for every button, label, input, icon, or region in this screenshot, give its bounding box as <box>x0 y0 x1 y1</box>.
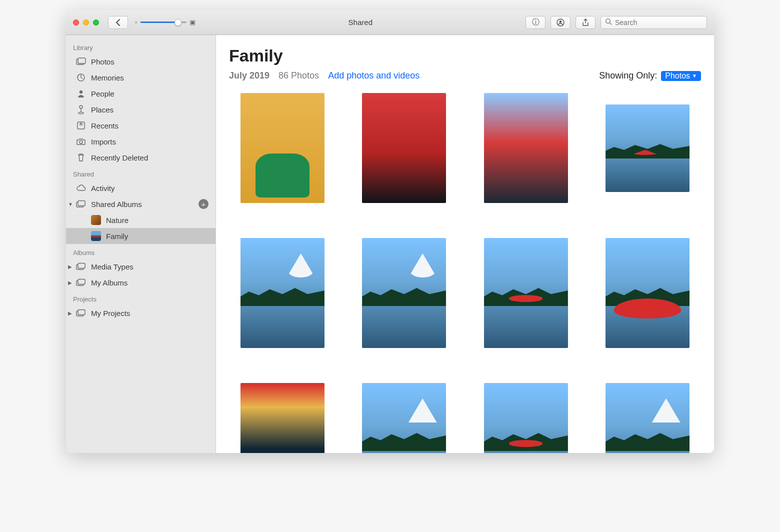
recents-icon <box>76 120 86 130</box>
photo-thumbnail[interactable] <box>606 104 690 192</box>
showing-only-value: Photos <box>665 72 690 80</box>
sidebar-item-people[interactable]: People <box>66 86 216 102</box>
sidebar-item-label: Shared Albums <box>91 200 142 208</box>
share-icon <box>582 18 589 26</box>
showing-only-control: Showing Only: Photos ▼ <box>599 70 701 81</box>
album-date: July 2019 <box>229 70 270 81</box>
thumbnail-zoom-slider[interactable]: ▫ ▣ <box>135 18 196 26</box>
photo-thumbnail[interactable] <box>606 238 690 348</box>
sidebar-item-shared-albums[interactable]: ▼ Shared Albums + <box>66 196 216 212</box>
slider-track[interactable] <box>140 22 186 23</box>
disclosure-down-icon[interactable]: ▼ <box>68 202 73 207</box>
sidebar-item-recents[interactable]: Recents <box>66 118 216 134</box>
photo-thumbnail[interactable] <box>484 93 568 203</box>
add-photos-link[interactable]: Add photos and videos <box>328 70 420 81</box>
svg-point-7 <box>80 90 82 94</box>
main-content: Family July 2019 86 Photos Add photos an… <box>216 35 714 453</box>
back-button[interactable] <box>108 16 128 29</box>
zoom-in-icon: ▣ <box>190 18 196 26</box>
sidebar-item-album-family[interactable]: Family <box>66 228 216 244</box>
sidebar-item-media-types[interactable]: ▶ Media Types <box>66 258 216 274</box>
photo-thumbnail[interactable] <box>484 238 568 348</box>
people-button[interactable] <box>550 16 570 29</box>
slider-fill <box>140 22 178 23</box>
svg-rect-5 <box>78 58 86 64</box>
sidebar-item-label: Activity <box>91 184 115 192</box>
sidebar-item-photos[interactable]: Photos <box>66 54 216 70</box>
info-icon: ⓘ <box>532 18 540 27</box>
sidebar-item-places[interactable]: Places <box>66 102 216 118</box>
svg-point-8 <box>80 106 82 108</box>
photo-thumbnail[interactable] <box>240 93 324 203</box>
places-icon <box>76 104 86 114</box>
sidebar-section-projects: Projects <box>66 290 216 305</box>
svg-point-1 <box>560 20 562 22</box>
sidebar: Library Photos Memories People Places Re… <box>66 35 216 453</box>
showing-only-dropdown[interactable]: Photos ▼ <box>661 71 701 81</box>
svg-rect-16 <box>78 264 85 268</box>
search-icon <box>605 18 612 26</box>
photo-thumbnail[interactable] <box>240 238 324 348</box>
photo-thumbnail[interactable] <box>484 383 568 453</box>
svg-point-12 <box>80 140 82 144</box>
toolbar-right-group: ⓘ <box>526 16 707 29</box>
disclosure-right-icon[interactable]: ▶ <box>68 310 72 316</box>
photos-icon <box>76 56 86 66</box>
photo-thumbnail[interactable] <box>606 383 690 453</box>
sidebar-item-recently-deleted[interactable]: Recently Deleted <box>66 150 216 166</box>
svg-line-3 <box>610 23 612 25</box>
photo-thumbnail[interactable] <box>240 383 324 453</box>
sidebar-item-label: Recently Deleted <box>91 154 148 162</box>
chevron-left-icon <box>115 19 121 26</box>
people-icon <box>76 88 86 98</box>
sidebar-item-label: Memories <box>91 74 124 82</box>
sidebar-item-album-nature[interactable]: Nature <box>66 212 216 228</box>
add-shared-album-button[interactable]: + <box>198 199 208 209</box>
sidebar-section-library: Library <box>66 39 216 54</box>
sidebar-section-albums: Albums <box>66 244 216 258</box>
sidebar-item-my-albums[interactable]: ▶ My Albums <box>66 274 216 290</box>
album-stack-icon <box>76 278 86 288</box>
showing-only-label: Showing Only: <box>599 70 657 81</box>
sidebar-item-my-projects[interactable]: ▶ My Projects <box>66 305 216 321</box>
sidebar-item-memories[interactable]: Memories <box>66 70 216 86</box>
slider-thumb[interactable] <box>174 19 182 26</box>
svg-rect-14 <box>78 201 85 206</box>
disclosure-right-icon[interactable]: ▶ <box>68 280 72 286</box>
minimize-window-button[interactable] <box>83 20 89 26</box>
album-stack-icon <box>76 308 86 318</box>
memories-icon <box>76 72 86 82</box>
person-circle-icon <box>556 18 564 26</box>
cloud-icon <box>76 183 86 193</box>
album-thumbnail <box>91 231 101 241</box>
info-button[interactable]: ⓘ <box>526 16 546 29</box>
titlebar: ▫ ▣ Shared ⓘ <box>66 10 714 35</box>
svg-point-10 <box>78 112 84 114</box>
sidebar-item-label: Photos <box>91 58 114 66</box>
sidebar-item-label: Nature <box>106 216 128 224</box>
close-window-button[interactable] <box>73 20 79 26</box>
chevron-down-icon: ▼ <box>692 73 697 78</box>
svg-rect-20 <box>78 310 85 315</box>
sidebar-item-label: People <box>91 90 114 98</box>
disclosure-right-icon[interactable]: ▶ <box>68 264 72 270</box>
album-meta-row: July 2019 86 Photos Add photos and video… <box>229 70 701 81</box>
album-title: Family <box>229 46 701 66</box>
sidebar-item-activity[interactable]: Activity <box>66 180 216 196</box>
album-photo-count: 86 Photos <box>278 70 319 81</box>
sidebar-item-label: Imports <box>91 138 116 146</box>
photo-thumbnail[interactable] <box>362 383 446 453</box>
search-field[interactable] <box>600 16 707 29</box>
album-thumbnail <box>91 215 101 225</box>
photo-thumbnail[interactable] <box>362 93 446 203</box>
photo-thumbnail[interactable] <box>362 238 446 348</box>
album-stack-icon <box>76 199 86 209</box>
imports-icon <box>76 136 86 146</box>
search-input[interactable] <box>615 18 702 26</box>
fullscreen-window-button[interactable] <box>93 20 99 26</box>
sidebar-section-shared: Shared <box>66 166 216 180</box>
svg-rect-18 <box>78 280 85 284</box>
share-button[interactable] <box>576 16 596 29</box>
sidebar-item-label: Family <box>106 232 128 240</box>
sidebar-item-imports[interactable]: Imports <box>66 134 216 150</box>
